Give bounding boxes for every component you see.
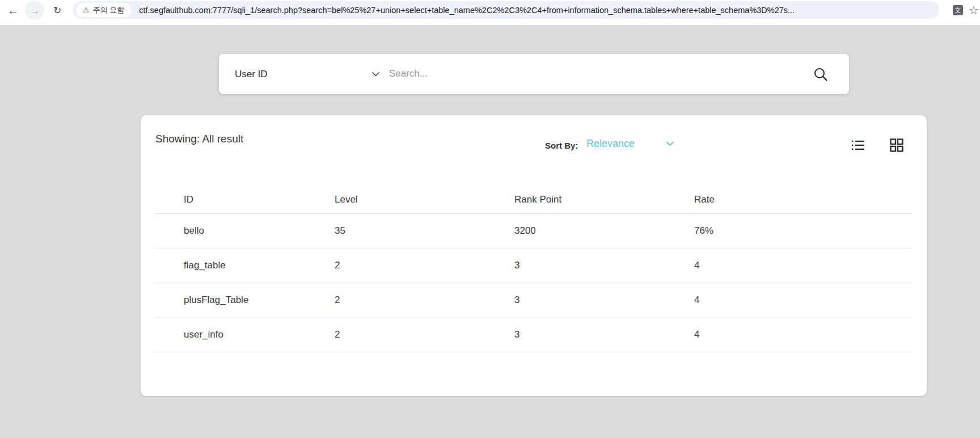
- reload-button[interactable]: ↻: [48, 1, 67, 20]
- forward-button[interactable]: →: [25, 1, 44, 20]
- column-header-id: ID: [155, 194, 335, 205]
- column-header-rate: Rate: [694, 194, 912, 205]
- results-card: Showing: All result Sort By: Relevance: [141, 115, 927, 396]
- table-row: bello 35 3200 76%: [155, 214, 912, 249]
- page-background: User ID Showing: All result Sort By: Rel…: [0, 25, 980, 438]
- address-bar[interactable]: ⚠ 주의 요함 ctf.segfaulthub.com:7777/sqli_1/…: [73, 1, 939, 19]
- search-category-value: User ID: [235, 69, 268, 80]
- results-table: ID Level Rank Point Rate bello 35 3200 7…: [155, 186, 912, 352]
- table-header-row: ID Level Rank Point Rate: [155, 186, 912, 214]
- search-input[interactable]: [389, 64, 945, 83]
- search-button[interactable]: [813, 66, 829, 82]
- chevron-down-icon: [372, 72, 379, 77]
- cell-id: flag_table: [155, 260, 335, 271]
- google-translate-icon[interactable]: 文: [953, 5, 963, 15]
- cell-rate: 76%: [694, 225, 912, 237]
- cell-rank-point: 3: [514, 294, 694, 306]
- toolbar-right-actions: 文 ☆: [953, 0, 980, 20]
- arrow-left-icon: ←: [7, 4, 19, 17]
- cell-rate: 4: [694, 260, 912, 271]
- cell-id: plusFlag_Table: [155, 294, 335, 306]
- star-outline-icon[interactable]: ☆: [969, 5, 979, 16]
- list-view-icon: [851, 138, 865, 152]
- security-badge[interactable]: ⚠ 주의 요함: [76, 3, 131, 17]
- column-header-level: Level: [335, 194, 514, 205]
- table-row: plusFlag_Table 2 3 4: [155, 283, 912, 318]
- browser-toolbar: ← → ↻ ⚠ 주의 요함 ctf.segfaulthub.com:7777/s…: [0, 0, 980, 25]
- cell-id: user_info: [155, 329, 335, 340]
- table-row: flag_table 2 3 4: [155, 249, 912, 283]
- cell-rank-point: 3200: [514, 225, 694, 237]
- cell-level: 2: [335, 260, 514, 271]
- cell-rank-point: 3: [514, 329, 694, 340]
- search-category-select[interactable]: User ID: [235, 54, 382, 94]
- chevron-down-icon: [666, 141, 674, 146]
- security-badge-label: 주의 요함: [93, 5, 125, 15]
- search-bar-card: User ID: [219, 54, 849, 94]
- warning-triangle-icon: ⚠: [83, 6, 90, 14]
- cell-rank-point: 3: [514, 260, 694, 271]
- cell-level: 2: [335, 329, 514, 340]
- cell-rate: 4: [694, 329, 912, 340]
- column-header-rank-point: Rank Point: [514, 194, 694, 205]
- table-body: bello 35 3200 76% flag_table 2 3 4 plusF…: [155, 214, 912, 352]
- sort-by-value: Relevance: [586, 138, 635, 150]
- list-view-button[interactable]: [851, 138, 865, 152]
- url-text: ctf.segfaulthub.com:7777/sqli_1/search.p…: [139, 6, 932, 15]
- cell-level: 2: [335, 294, 514, 306]
- sort-by-select[interactable]: Relevance: [586, 138, 674, 150]
- cell-level: 35: [335, 225, 514, 237]
- arrow-right-icon: →: [29, 4, 40, 17]
- cell-rate: 4: [694, 294, 912, 306]
- magnifier-icon: [813, 66, 829, 82]
- table-row: user_info 2 3 4: [155, 318, 912, 352]
- sort-by-label: Sort By:: [545, 141, 578, 150]
- grid-view-button[interactable]: [890, 138, 903, 152]
- reload-icon: ↻: [53, 5, 61, 16]
- showing-label: Showing: All result: [155, 133, 243, 145]
- grid-view-icon: [890, 138, 903, 152]
- back-button[interactable]: ←: [3, 1, 23, 20]
- cell-id: bello: [155, 225, 335, 237]
